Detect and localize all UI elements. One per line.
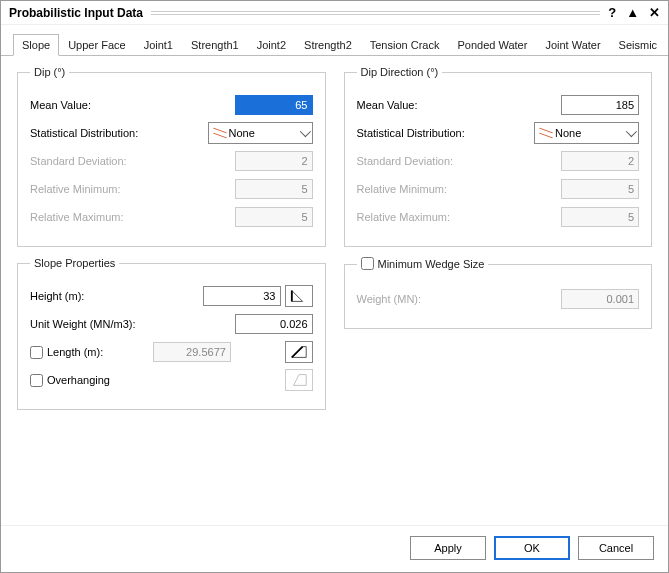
svg-line-1 bbox=[291, 347, 302, 358]
uw-label: Unit Weight (MN/m3): bbox=[30, 318, 235, 330]
overhang-checkbox[interactable] bbox=[30, 374, 43, 387]
help-icon[interactable]: ? bbox=[608, 5, 616, 20]
dip-rmax-label: Relative Maximum: bbox=[30, 211, 235, 223]
dipdir-rmin-input bbox=[561, 179, 639, 199]
apply-button[interactable]: Apply bbox=[410, 536, 486, 560]
length-checkbox[interactable] bbox=[30, 346, 43, 359]
tab-upper-face[interactable]: Upper Face bbox=[59, 34, 134, 56]
tab-joint2[interactable]: Joint2 bbox=[248, 34, 295, 56]
dip-mean-label: Mean Value: bbox=[30, 99, 235, 111]
dipdir-dist-value: None bbox=[555, 127, 581, 139]
dip-sd-label: Standard Deviation: bbox=[30, 155, 235, 167]
tabs: Slope Upper Face Joint1 Strength1 Joint2… bbox=[1, 25, 668, 56]
tab-ponded-water[interactable]: Ponded Water bbox=[448, 34, 536, 56]
uw-input[interactable] bbox=[235, 314, 313, 334]
titlebar: Probabilistic Input Data ? ▲ ✕ bbox=[1, 1, 668, 25]
tab-slope[interactable]: Slope bbox=[13, 34, 59, 56]
dipdir-dist-label: Statistical Distribution: bbox=[357, 127, 535, 139]
dipdir-rmax-input bbox=[561, 207, 639, 227]
dip-sd-input bbox=[235, 151, 313, 171]
dipdir-sd-input bbox=[561, 151, 639, 171]
dipdir-sd-label: Standard Deviation: bbox=[357, 155, 562, 167]
close-icon[interactable]: ✕ bbox=[649, 5, 660, 20]
dipdir-mean-input[interactable] bbox=[561, 95, 639, 115]
dip-rmin-label: Relative Minimum: bbox=[30, 183, 235, 195]
tab-strength2[interactable]: Strength2 bbox=[295, 34, 361, 56]
slope-props-legend: Slope Properties bbox=[30, 257, 119, 269]
min-wedge-legend: Minimum Wedge Size bbox=[357, 257, 489, 272]
overhang-label: Overhanging bbox=[47, 374, 110, 386]
min-wedge-group: Minimum Wedge Size Weight (MN): bbox=[344, 257, 653, 329]
chevron-down-icon bbox=[299, 126, 310, 137]
dip-mean-input[interactable] bbox=[235, 95, 313, 115]
dip-group: Dip (°) Mean Value: Statistical Distribu… bbox=[17, 66, 326, 247]
weight-label: Weight (MN): bbox=[357, 293, 562, 305]
height-label: Height (m): bbox=[30, 290, 203, 302]
dipdir-rmax-label: Relative Maximum: bbox=[357, 211, 562, 223]
dip-rmax-input bbox=[235, 207, 313, 227]
height-slope-icon[interactable] bbox=[285, 285, 313, 307]
length-slope-icon[interactable] bbox=[285, 341, 313, 363]
length-label: Length (m): bbox=[47, 346, 103, 358]
dip-dist-value: None bbox=[229, 127, 255, 139]
none-icon bbox=[539, 127, 551, 139]
dip-legend: Dip (°) bbox=[30, 66, 69, 78]
dip-rmin-input bbox=[235, 179, 313, 199]
maximize-icon[interactable]: ▲ bbox=[626, 5, 639, 20]
min-wedge-label: Minimum Wedge Size bbox=[378, 258, 485, 270]
dip-dist-label: Statistical Distribution: bbox=[30, 127, 208, 139]
length-input bbox=[153, 342, 231, 362]
dipdir-dist-select[interactable]: None bbox=[534, 122, 639, 144]
tab-joint-water[interactable]: Joint Water bbox=[536, 34, 609, 56]
tab-seismic[interactable]: Seismic bbox=[610, 34, 667, 56]
window-title: Probabilistic Input Data bbox=[9, 6, 143, 20]
tab-tension-crack[interactable]: Tension Crack bbox=[361, 34, 449, 56]
dipdir-mean-label: Mean Value: bbox=[357, 99, 562, 111]
height-input[interactable] bbox=[203, 286, 281, 306]
tab-joint1[interactable]: Joint1 bbox=[135, 34, 182, 56]
chevron-down-icon bbox=[626, 126, 637, 137]
footer: Apply OK Cancel bbox=[1, 525, 668, 572]
tab-strength1[interactable]: Strength1 bbox=[182, 34, 248, 56]
min-wedge-checkbox[interactable] bbox=[361, 257, 374, 270]
dipdir-group: Dip Direction (°) Mean Value: Statistica… bbox=[344, 66, 653, 247]
slope-props-group: Slope Properties Height (m): Unit Weight… bbox=[17, 257, 326, 410]
dipdir-legend: Dip Direction (°) bbox=[357, 66, 443, 78]
ok-button[interactable]: OK bbox=[494, 536, 570, 560]
weight-input bbox=[561, 289, 639, 309]
dipdir-rmin-label: Relative Minimum: bbox=[357, 183, 562, 195]
title-rule bbox=[151, 11, 600, 15]
cancel-button[interactable]: Cancel bbox=[578, 536, 654, 560]
dip-dist-select[interactable]: None bbox=[208, 122, 313, 144]
overhang-slope-icon[interactable] bbox=[285, 369, 313, 391]
none-icon bbox=[213, 127, 225, 139]
